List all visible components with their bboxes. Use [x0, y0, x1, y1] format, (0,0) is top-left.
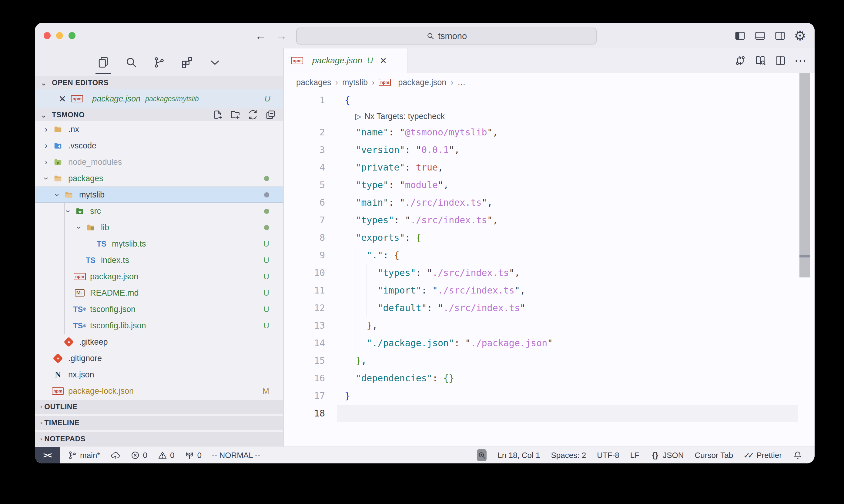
status-indentation[interactable]: Spaces: 2 [551, 451, 586, 460]
indent-guide [345, 247, 345, 264]
activity-extensions-icon[interactable] [180, 56, 194, 69]
line-number: 17 [284, 387, 337, 404]
breadcrumb-item[interactable]: npmpackage.json [379, 77, 446, 88]
maximize-window-button[interactable] [69, 32, 75, 39]
codelens[interactable]: ▷ Nx Targets: typecheck [284, 109, 814, 124]
git-status-badge: U [263, 256, 269, 265]
remote-indicator[interactable]: >< [35, 447, 60, 463]
broadcast-icon [185, 450, 194, 460]
npm-icon: npm [291, 55, 303, 66]
sidebar-section-timeline[interactable]: › TIMELINE [35, 416, 283, 430]
command-center-search[interactable]: tsmono [296, 28, 597, 44]
git-status-dot [264, 190, 269, 200]
close-icon[interactable]: ✕ [380, 56, 387, 66]
tree-item-package-lock-json[interactable]: npmpackage-lock.jsonM [35, 383, 283, 399]
explorer-title: TSMONO [52, 111, 85, 119]
breadcrumb-item[interactable]: packages [296, 78, 331, 87]
editor-scrollbar[interactable] [799, 73, 810, 277]
tree-item-label: mytslib [79, 190, 105, 200]
tree-item-mytslib-ts[interactable]: TSmytslib.tsU [35, 236, 283, 252]
status-sync-changes[interactable] [110, 450, 120, 460]
status-eol[interactable]: LF [630, 451, 639, 460]
status-encoding[interactable]: UTF-8 [597, 451, 619, 460]
activity-explorer-icon[interactable] [97, 56, 110, 69]
tree-item-tsconfig-json[interactable]: TS✱tsconfig.jsonU [35, 301, 283, 318]
bell-icon [793, 450, 803, 460]
status-warnings[interactable]: 0 [158, 450, 174, 460]
tab-package-json[interactable]: npm package.json U ✕ [284, 49, 408, 73]
status-errors[interactable]: 0 [131, 450, 147, 460]
tree-item-packages[interactable]: ›packages [35, 170, 283, 186]
tree-item--vscode[interactable]: ›.vscode [35, 138, 283, 154]
tree-item-mytslib[interactable]: ›mytslib [35, 186, 283, 203]
status-language-mode[interactable]: {}JSON [650, 450, 684, 460]
settings-gear-icon[interactable]: ⚙ [794, 30, 806, 42]
more-actions-icon[interactable]: ⋯ [794, 55, 806, 67]
tree-item--nx[interactable]: ›.nx [35, 121, 283, 138]
sidebar-section-outline[interactable]: › OUTLINE [35, 400, 283, 414]
open-editor-item[interactable]: ✕ npm package.json packages/mytslib U [35, 89, 283, 108]
line-number: 2 [284, 124, 337, 141]
indent-guide [366, 299, 367, 317]
forward-icon[interactable]: → [276, 30, 287, 41]
new-file-icon[interactable] [212, 109, 223, 120]
activity-search-icon[interactable] [125, 56, 138, 69]
explorer-section-header[interactable]: ⌄ TSMONO [35, 108, 283, 121]
code-line: 9 ".": { [284, 247, 814, 264]
compare-changes-icon[interactable] [734, 55, 746, 67]
activity-source-control-icon[interactable] [153, 56, 166, 69]
layout-sidebar-left-icon[interactable] [734, 30, 746, 42]
tree-item-index-ts[interactable]: TSindex.tsU [35, 252, 283, 268]
window-controls [44, 23, 75, 49]
collapse-all-icon[interactable] [265, 109, 276, 120]
new-folder-icon[interactable] [230, 109, 241, 120]
status-formatter[interactable]: ✓✓Prettier [744, 450, 782, 460]
breadcrumb-item[interactable]: mytslib [342, 78, 368, 87]
activity-chevron-down-icon[interactable] [208, 56, 222, 69]
node-folder-icon: js [52, 157, 64, 167]
layout-sidebar-right-icon[interactable] [774, 30, 786, 42]
status-git-branch[interactable]: main* [68, 450, 100, 460]
line-number: 1 [284, 91, 337, 109]
tree-item-lib[interactable]: ›lib [35, 219, 283, 236]
tree-item-node-modules[interactable]: ›jsnode_modules [35, 154, 283, 170]
tree-item-package-json[interactable]: npmpackage.jsonU [35, 268, 283, 285]
line-number: 8 [284, 229, 337, 247]
layout-panel-bottom-icon[interactable] [754, 30, 766, 42]
status-vim-mode[interactable]: -- NORMAL -- [212, 451, 260, 460]
git-status-dot [264, 223, 269, 232]
tree-item--gitkeep[interactable]: ⋄.gitkeep [35, 334, 283, 350]
minimize-window-button[interactable] [56, 32, 63, 39]
line-number: 4 [284, 159, 337, 176]
refresh-icon[interactable] [247, 109, 258, 120]
split-editor-icon[interactable] [774, 55, 787, 67]
tree-item-tsconfig-lib-json[interactable]: TS✱tsconfig.lib.jsonU [35, 318, 283, 334]
sidebar-section-notepads[interactable]: › NOTEPADS [35, 432, 283, 446]
git-status-badge: M [262, 386, 269, 396]
run-icon[interactable]: ▷ [355, 112, 361, 121]
line-number: 3 [284, 141, 337, 159]
tree-item-nx-json[interactable]: Nnx.json [35, 366, 283, 383]
status-notifications[interactable] [793, 450, 803, 460]
search-editor-icon[interactable] [754, 55, 767, 67]
chevron-right-icon: › [40, 141, 52, 150]
status-bar: >< main*000-- NORMAL -- Ln 18, Col 1Spac… [35, 447, 814, 463]
status-ports[interactable]: 0 [185, 450, 201, 460]
status-cursor-tab[interactable]: Cursor Tab [695, 451, 733, 460]
errors-label: 0 [143, 451, 147, 460]
codelens-label[interactable]: Nx Targets: typecheck [364, 112, 445, 121]
status-screencast-zoom[interactable] [477, 450, 486, 460]
back-icon[interactable]: ← [255, 30, 266, 41]
tree-item--gitignore[interactable]: ⋄.gitignore [35, 350, 283, 366]
breadcrumb-item[interactable]: … [458, 78, 466, 87]
close-editor-icon[interactable]: ✕ [58, 94, 66, 104]
close-window-button[interactable] [44, 32, 51, 39]
code-editor[interactable]: 1 { ▷ Nx Targets: typecheck 2 "name": "@… [284, 91, 814, 447]
vim-mode-label: -- NORMAL -- [212, 451, 260, 460]
chevron-down-icon: › [63, 205, 73, 217]
open-editors-header[interactable]: ⌄ OPEN EDITORS [35, 76, 283, 89]
status-cursor-position[interactable]: Ln 18, Col 1 [498, 451, 540, 460]
lib-folder-icon [85, 222, 97, 233]
tree-item-readme-md[interactable]: M↓README.mdU [35, 285, 283, 301]
tree-item-src[interactable]: ›<>src [35, 203, 283, 219]
